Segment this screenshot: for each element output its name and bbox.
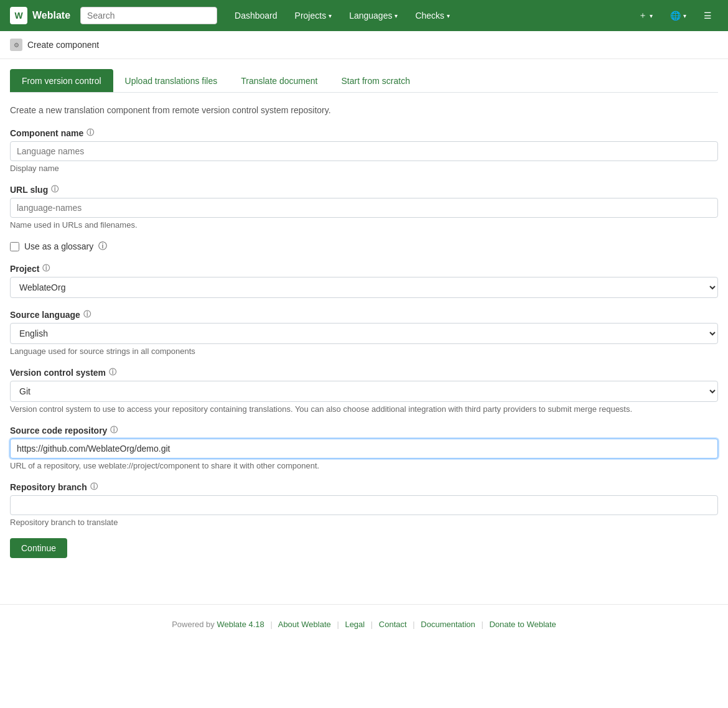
source-repo-hint: URL of a repository, use weblate://proje… (10, 461, 718, 470)
brand-link[interactable]: W Weblate (10, 7, 70, 24)
repo-branch-group: Repository branch ⓘ Repository branch to… (10, 482, 718, 527)
source-language-group: Source language ⓘ English Language used … (10, 309, 718, 356)
source-language-info-icon: ⓘ (83, 309, 91, 320)
legal-link[interactable]: Legal (345, 620, 365, 629)
user-dropdown-icon: ▾ (683, 12, 686, 19)
user-avatar-icon: 🌐 (670, 11, 681, 21)
component-icon: ⚙ (10, 39, 22, 51)
powered-by-text: Powered by (172, 620, 215, 629)
use-as-glossary-checkbox[interactable] (10, 242, 19, 251)
nav-dashboard[interactable]: Dashboard (227, 6, 285, 26)
nav-projects[interactable]: Projects ▾ (287, 6, 340, 26)
vcs-select[interactable]: Git (10, 381, 718, 402)
component-name-group: Component name ⓘ Display name (10, 128, 718, 173)
url-slug-info-icon: ⓘ (51, 184, 58, 195)
continue-button[interactable]: Continue (10, 538, 67, 558)
url-slug-label: URL slug ⓘ (10, 184, 718, 195)
tab-translate-document[interactable]: Translate document (229, 69, 329, 92)
vcs-info-icon: ⓘ (109, 367, 116, 378)
source-language-label: Source language ⓘ (10, 309, 718, 320)
component-name-info-icon: ⓘ (86, 128, 94, 138)
nav-items: Dashboard Projects ▾ Languages ▾ Checks … (227, 6, 457, 26)
add-button[interactable]: ＋ ▾ (632, 6, 659, 25)
source-language-select[interactable]: English (10, 323, 718, 344)
repo-branch-info-icon: ⓘ (90, 482, 98, 492)
page-content: From version control Upload translations… (0, 59, 728, 579)
brand-name: Weblate (32, 10, 70, 21)
url-slug-hint: Name used in URLs and filenames. (10, 220, 718, 230)
component-name-label: Component name ⓘ (10, 128, 718, 138)
repo-branch-input[interactable] (10, 495, 718, 515)
project-select[interactable]: WeblateOrg (10, 277, 718, 298)
more-menu-button[interactable]: ☰ (698, 7, 718, 24)
url-slug-input[interactable] (10, 198, 718, 218)
repo-branch-label: Repository branch ⓘ (10, 482, 718, 492)
source-repo-info-icon: ⓘ (110, 425, 118, 436)
source-repo-input[interactable] (10, 439, 718, 459)
breadcrumb-label: Create component (27, 40, 99, 50)
donate-link[interactable]: Donate to Weblate (489, 620, 556, 629)
component-name-input[interactable] (10, 141, 718, 161)
vcs-hint: Version control system to use to access … (10, 404, 718, 414)
checks-dropdown-icon: ▾ (447, 12, 450, 19)
tab-upload-translations[interactable]: Upload translations files (113, 69, 230, 92)
nav-checks[interactable]: Checks ▾ (408, 6, 457, 26)
brand-icon: W (10, 7, 27, 24)
contact-link[interactable]: Contact (379, 620, 407, 629)
url-slug-group: URL slug ⓘ Name used in URLs and filenam… (10, 184, 718, 230)
use-as-glossary-label[interactable]: Use as a glossary ⓘ (10, 241, 718, 252)
breadcrumb: ⚙ Create component (0, 31, 728, 59)
repo-branch-hint: Repository branch to translate (10, 518, 718, 527)
footer: Powered by Weblate 4.18 | About Weblate … (0, 604, 728, 644)
navbar: W Weblate Dashboard Projects ▾ Languages… (0, 0, 728, 31)
glossary-info-icon: ⓘ (98, 241, 107, 252)
project-info-icon: ⓘ (42, 263, 50, 274)
tab-start-from-scratch[interactable]: Start from scratch (329, 69, 421, 92)
submit-group: Continue (10, 538, 718, 558)
navbar-right: ＋ ▾ 🌐 ▾ ☰ (632, 6, 718, 25)
projects-dropdown-icon: ▾ (329, 12, 332, 19)
hamburger-icon: ☰ (704, 11, 712, 21)
search-input[interactable] (80, 7, 217, 24)
about-link[interactable]: About Weblate (278, 620, 331, 629)
source-language-hint: Language used for source strings in all … (10, 347, 718, 356)
nav-languages[interactable]: Languages ▾ (342, 6, 405, 26)
project-group: Project ⓘ WeblateOrg (10, 263, 718, 298)
documentation-link[interactable]: Documentation (421, 620, 475, 629)
form-description: Create a new translation component from … (10, 105, 718, 115)
weblate-version-link[interactable]: Weblate 4.18 (217, 620, 266, 629)
languages-dropdown-icon: ▾ (394, 12, 398, 19)
tab-bar: From version control Upload translations… (10, 69, 718, 93)
vcs-label: Version control system ⓘ (10, 367, 718, 378)
add-dropdown-icon: ▾ (650, 12, 653, 19)
user-menu-button[interactable]: 🌐 ▾ (664, 7, 693, 24)
source-repo-group: Source code repository ⓘ URL of a reposi… (10, 425, 718, 470)
tab-from-version-control[interactable]: From version control (10, 69, 113, 92)
add-icon: ＋ (638, 10, 647, 21)
use-as-glossary-group: Use as a glossary ⓘ (10, 241, 718, 252)
component-name-hint: Display name (10, 164, 718, 173)
search-container (80, 7, 217, 24)
project-label: Project ⓘ (10, 263, 718, 274)
source-repo-label: Source code repository ⓘ (10, 425, 718, 436)
vcs-group: Version control system ⓘ Git Version con… (10, 367, 718, 414)
